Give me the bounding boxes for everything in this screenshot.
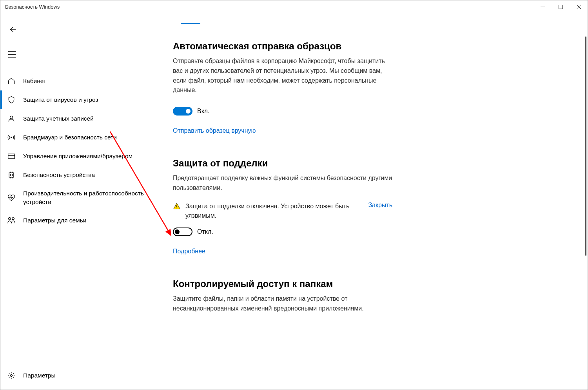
section-controlled-folder-access: Контролируемый доступ к папкам Защитите …	[173, 278, 392, 314]
learn-more-link[interactable]: Подробнее	[173, 248, 205, 255]
nav-item-app[interactable]: Управление приложениями/браузером	[0, 147, 157, 166]
submit-sample-link[interactable]: Отправить образец вручную	[173, 127, 256, 134]
content-area: Автоматическая отправка образцов Отправь…	[157, 13, 588, 390]
nav-item-virus[interactable]: Защита от вирусов и угроз	[0, 90, 157, 109]
svg-point-22	[9, 218, 11, 220]
scrollbar-thumb[interactable]	[585, 36, 586, 256]
chip-icon	[7, 170, 16, 180]
section-heading: Контролируемый доступ к папкам	[173, 278, 392, 289]
nav-label: Защита от вирусов и угроз	[23, 96, 98, 104]
window: Безопасность Windows	[0, 0, 588, 390]
svg-rect-12	[9, 173, 14, 177]
toggle-state-label: Откл.	[197, 228, 213, 235]
dismiss-warning-link[interactable]: Закрыть	[368, 202, 392, 209]
nav-label: Безопасность устройства	[23, 171, 95, 179]
titlebar: Безопасность Windows	[0, 0, 588, 13]
warning-icon	[173, 202, 181, 210]
warning-box: Защита от подделки отключена. Устройство…	[173, 202, 392, 220]
nav-item-account[interactable]: Защита учетных записей	[0, 109, 157, 128]
tamper-protection-toggle[interactable]	[173, 228, 192, 236]
gear-icon	[7, 371, 16, 380]
app-browser-icon	[7, 152, 16, 161]
nav-label: Управление приложениями/браузером	[23, 152, 132, 161]
section-heading: Автоматическая отправка образцов	[173, 41, 392, 52]
close-button[interactable]	[570, 0, 588, 13]
svg-point-8	[10, 116, 13, 119]
nav-list: Кабинет Защита от вирусов и угроз Защита…	[0, 72, 157, 229]
svg-point-9	[11, 137, 12, 138]
accent-bar	[181, 23, 200, 24]
nav-label: Параметры для семьи	[23, 216, 86, 225]
nav-label: Брандмауэр и безопасность сети	[23, 133, 117, 142]
warning-text: Защита от подделки отключена. Устройство…	[185, 202, 360, 220]
section-heading: Защита от подделки	[173, 158, 392, 169]
minimize-button[interactable]	[534, 0, 552, 13]
svg-point-24	[11, 375, 13, 377]
nav-item-home[interactable]: Кабинет	[0, 72, 157, 90]
nav-item-family[interactable]: Параметры для семьи	[0, 211, 157, 229]
antenna-icon	[7, 133, 16, 142]
section-description: Защитите файлы, папки и области памяти н…	[173, 294, 392, 314]
nav-label: Производительность и работоспособность у…	[23, 189, 152, 206]
nav-item-performance[interactable]: Производительность и работоспособность у…	[0, 184, 157, 211]
svg-rect-1	[559, 5, 563, 9]
svg-rect-10	[8, 154, 15, 159]
nav-label: Защита учетных записей	[23, 114, 94, 123]
family-icon	[7, 215, 16, 225]
window-title: Безопасность Windows	[5, 4, 60, 10]
back-button[interactable]	[3, 20, 22, 39]
sidebar: Кабинет Защита от вирусов и угроз Защита…	[0, 13, 157, 390]
maximize-button[interactable]	[552, 0, 570, 13]
home-icon	[7, 76, 16, 86]
nav-label: Кабинет	[23, 77, 46, 85]
hamburger-button[interactable]	[3, 45, 22, 64]
section-description: Отправьте образцы файлов в корпорацию Ма…	[173, 56, 392, 95]
heart-icon	[7, 193, 16, 202]
svg-point-23	[12, 218, 15, 220]
nav-label: Параметры	[23, 371, 56, 380]
person-icon	[7, 114, 16, 123]
svg-rect-13	[11, 174, 13, 176]
nav-item-firewall[interactable]: Брандмауэр и безопасность сети	[0, 128, 157, 147]
toggle-state-label: Вкл.	[197, 108, 210, 115]
nav-item-device[interactable]: Безопасность устройства	[0, 166, 157, 184]
shield-icon	[7, 95, 16, 105]
nav-item-settings[interactable]: Параметры	[0, 366, 157, 385]
window-controls	[534, 0, 588, 13]
section-tamper-protection: Защита от подделки Предотвращает подделк…	[173, 158, 392, 255]
sample-submission-toggle[interactable]	[173, 107, 192, 116]
section-sample-submission: Автоматическая отправка образцов Отправь…	[173, 41, 392, 134]
svg-point-26	[176, 208, 177, 208]
section-description: Предотвращает подделку важных функций си…	[173, 173, 392, 193]
